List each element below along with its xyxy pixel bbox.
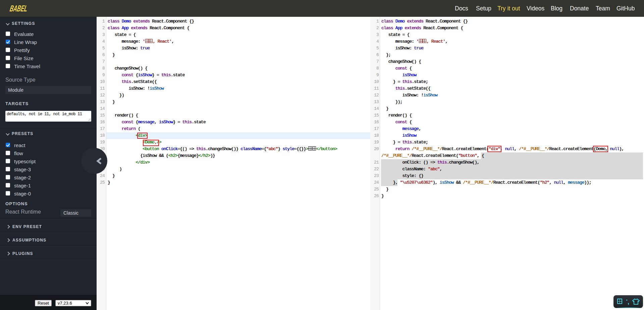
svg-text:BABEL: BABEL bbox=[9, 3, 29, 13]
